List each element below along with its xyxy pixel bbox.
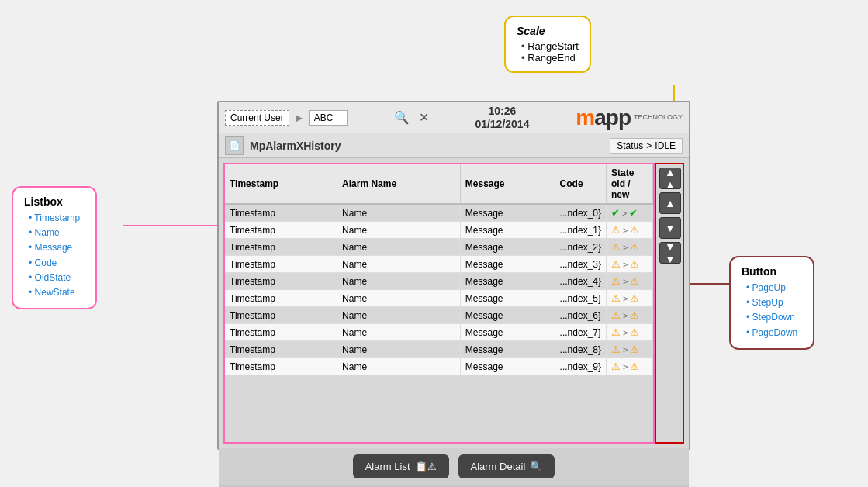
state-new-icon: ⚠ [630, 241, 639, 253]
cell-timestamp: Timestamp [225, 290, 337, 307]
state-new-icon: ⚠ [630, 224, 639, 236]
cell-code: ...ndex_0} [555, 204, 606, 222]
table-row: Timestamp Name Message ...ndex_0} ✔ > ✔ [225, 204, 653, 222]
step-down-button[interactable]: ▼ [659, 217, 681, 239]
col-header-message: Message [460, 164, 555, 204]
listbox-item-name: Name [29, 226, 85, 240]
time-display: 10:26 [475, 105, 529, 118]
user-value-field: ABC [309, 110, 348, 126]
state-arrow-icon: > [623, 294, 628, 303]
state-new-icon: ✔ [629, 207, 638, 219]
cell-name: Name [337, 324, 461, 341]
alarm-detail-button[interactable]: Alarm Detail 🔍 [458, 454, 555, 478]
alarm-list-button[interactable]: Alarm List 📋⚠ [353, 454, 449, 478]
user-label: Current User [230, 112, 284, 123]
page-up-button[interactable]: ▲▲ [659, 168, 681, 189]
header-left: Current User ▶ ABC [225, 110, 348, 126]
user-arrow-icon: ▶ [296, 112, 303, 123]
state-arrow-icon: > [622, 209, 627, 218]
listbox-item-timestamp: Timestamp [29, 211, 85, 226]
scale-item-rangestart: RangeStart [521, 40, 579, 52]
step-up-button[interactable]: ▲ [659, 192, 681, 214]
button-item-pagedown: PageDown [746, 326, 802, 340]
cell-name: Name [337, 290, 461, 307]
cell-timestamp: Timestamp [225, 239, 337, 256]
doc-icon: 📄 [225, 136, 244, 155]
main-window: Current User ▶ ABC 🔍 ✕ 10:26 01/12/2014 … [217, 101, 690, 450]
brand-area: mapp TECHNOLOGY [576, 105, 683, 130]
state-old-icon: ⚠ [611, 326, 621, 338]
state-arrow-icon: > [623, 328, 628, 337]
state-old-icon: ⚠ [611, 241, 621, 253]
cell-name: Name [337, 358, 461, 375]
scale-tooltip-list: RangeStart RangeEnd [517, 40, 579, 64]
cell-name: Name [337, 256, 461, 273]
cell-code: ...ndex_1} [555, 222, 606, 239]
cell-state: ⚠ > ⚠ [607, 273, 653, 290]
cell-code: ...ndex_8} [555, 341, 606, 358]
cell-message: Message [460, 324, 555, 341]
table-row: Timestamp Name Message ...ndex_3} ⚠ > ⚠ [225, 256, 653, 273]
status-value: IDLE [655, 140, 676, 151]
content-area: Timestamp Alarm Name Message Code Stateo… [219, 158, 689, 448]
cell-state: ⚠ > ⚠ [607, 324, 653, 341]
cell-state: ⚠ > ⚠ [607, 239, 653, 256]
button-tooltip-list: PageUp StepUp StepDown PageDown [742, 281, 802, 340]
state-new-icon: ⚠ [630, 309, 639, 321]
state-new-icon: ⚠ [630, 361, 639, 372]
listbox-tooltip-list: Timestamp Name Message Code OldState New… [24, 211, 85, 300]
cell-message: Message [460, 239, 555, 256]
cell-state: ⚠ > ⚠ [607, 341, 653, 358]
table-row: Timestamp Name Message ...ndex_9} ⚠ > ⚠ [225, 358, 653, 375]
col-header-code: Code [555, 164, 606, 204]
listbox-item-message: Message [29, 240, 85, 255]
cell-message: Message [460, 256, 555, 273]
user-value: ABC [314, 112, 334, 123]
state-old-icon: ⚠ [611, 258, 621, 270]
status-label: Status [617, 140, 643, 151]
scale-item-rangeend: RangeEnd [521, 52, 579, 64]
state-arrow-icon: > [623, 311, 628, 320]
settings-icon[interactable]: ✕ [419, 110, 429, 125]
state-arrow-icon: > [623, 345, 628, 354]
cell-message: Message [460, 341, 555, 358]
cell-message: Message [460, 290, 555, 307]
date-display: 01/12/2014 [475, 118, 529, 131]
state-old-icon: ⚠ [611, 361, 621, 372]
search-icon[interactable]: 🔍 [394, 110, 410, 125]
cell-message: Message [460, 273, 555, 290]
state-new-icon: ⚠ [630, 292, 639, 304]
col-header-state: Stateold / new [607, 164, 653, 204]
state-old-icon: ⚠ [611, 224, 621, 236]
scale-tooltip-title: Scale [517, 25, 579, 37]
table-row: Timestamp Name Message ...ndex_5} ⚠ > ⚠ [225, 290, 653, 307]
listbox-tooltip-title: Listbox [24, 195, 85, 208]
state-arrow-icon: > [623, 260, 628, 269]
title-left: 📄 MpAlarmXHistory [225, 136, 341, 155]
status-area: Status > IDLE [610, 138, 683, 154]
cell-code: ...ndex_7} [555, 324, 606, 341]
table-row: Timestamp Name Message ...ndex_7} ⚠ > ⚠ [225, 324, 653, 341]
cell-state: ⚠ > ⚠ [607, 222, 653, 239]
alarm-detail-label: Alarm Detail [471, 461, 526, 472]
state-old-icon: ⚠ [611, 275, 621, 287]
state-arrow-icon: > [623, 277, 628, 286]
col-header-timestamp: Timestamp [225, 164, 337, 204]
state-arrow-icon: > [623, 362, 628, 371]
cell-name: Name [337, 341, 461, 358]
alarm-list-label: Alarm List [365, 461, 410, 472]
cell-timestamp: Timestamp [225, 204, 337, 222]
page-down-button[interactable]: ▼▼ [659, 242, 681, 264]
button-item-pageup: PageUp [746, 281, 802, 295]
header-time: 10:26 01/12/2014 [475, 105, 529, 131]
bottom-bar: Alarm List 📋⚠ Alarm Detail 🔍 [219, 448, 689, 485]
state-arrow-icon: > [623, 226, 628, 235]
state-arrow-icon: > [623, 243, 628, 252]
cell-timestamp: Timestamp [225, 324, 337, 341]
cell-code: ...ndex_9} [555, 358, 606, 375]
alarm-list-icon: 📋⚠ [415, 461, 437, 472]
cell-state: ⚠ > ⚠ [607, 256, 653, 273]
scale-tooltip: Scale RangeStart RangeEnd [504, 16, 591, 73]
cell-name: Name [337, 204, 461, 222]
alarm-detail-icon: 🔍 [530, 461, 542, 472]
